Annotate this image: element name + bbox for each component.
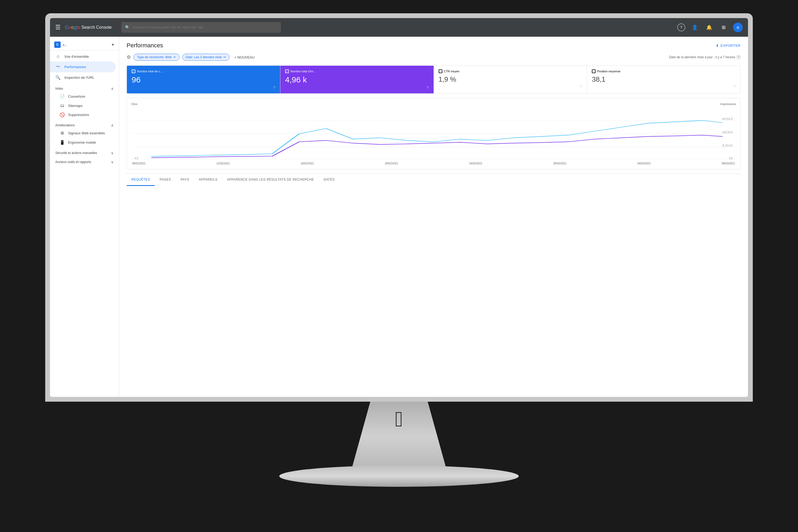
sidebar-item-suppressions[interactable]: 🚫 Suppressions — [50, 110, 116, 119]
sitemaps-icon: 🗂 — [60, 103, 65, 108]
metric-checkbox-ctr[interactable] — [439, 70, 442, 73]
main-layout: C c... ▼ ⌂ Vue d'ensemble 〜 Performances — [50, 37, 748, 397]
metric-card-ctr[interactable]: CTR moyen 1,9 % ? — [434, 66, 587, 93]
filter-icon[interactable]: ⚙ — [127, 54, 131, 60]
x-label-0: 08/02/2021 — [132, 162, 146, 165]
filter-chip-type-recherche[interactable]: Type de recherche: Web ✏ — [134, 54, 179, 61]
search-bar[interactable]: 🔍 — [121, 22, 281, 33]
add-filter-button[interactable]: + NOUVEAU — [232, 54, 257, 61]
tab-dates[interactable]: DATES — [319, 174, 340, 186]
export-icon: ⬇ — [716, 44, 719, 48]
svg-text:0: 0 — [729, 157, 733, 160]
tab-appareils[interactable]: APPAREILS — [194, 174, 222, 186]
metric-value-position: 38,1 — [592, 75, 736, 83]
monitor: ☰ Google Search Console 🔍 ? 👤 🔔 ⊞ — [45, 13, 753, 532]
help-icon[interactable]: ? — [677, 23, 685, 32]
x-label-2: 16/02/2021 — [301, 162, 314, 165]
user-avatar[interactable]: a — [733, 23, 743, 32]
sidebar-item-label-performances: Performances — [64, 65, 86, 69]
apple-logo:  — [395, 407, 403, 432]
users-icon[interactable]: 👤 — [690, 23, 700, 32]
tabs-bar: REQUÊTES PAGES PAYS APPAREILS APPARENCE … — [127, 174, 741, 186]
content-area: Performances ⬇ EXPORTER ⚙ Type de recher… — [119, 37, 748, 397]
sidebar-item-couverture[interactable]: 📄 Couverture — [50, 92, 116, 101]
search-input[interactable] — [133, 25, 277, 29]
metric-checkbox-impressions[interactable] — [285, 70, 289, 73]
sidebar-item-ergonomie[interactable]: 📱 Ergonomie mobile — [50, 138, 116, 147]
metric-footer-position: ? — [592, 84, 736, 89]
topbar-icons: ? 👤 🔔 ⊞ a — [677, 23, 743, 32]
metric-label-ctr: CTR moyen — [444, 70, 460, 73]
home-icon: ⌂ — [55, 54, 61, 59]
last-update-text: Date de la dernière mise à jour : il y a… — [669, 55, 735, 59]
filter-label-date: Date: Les 3 derniers mois — [186, 55, 222, 59]
section-toggle-anciens[interactable]: ∨ — [111, 160, 114, 164]
tab-apparence[interactable]: APPARENCE DANS LES RÉSULTATS DE RECHERCH… — [222, 174, 319, 186]
filter-label-type-recherche: Type de recherche: Web — [137, 55, 172, 59]
sidebar-section-anciens: Anciens outils et rapports ∨ — [50, 158, 119, 165]
bell-icon[interactable]: 🔔 — [704, 23, 714, 32]
sidebar-item-label-vue-ensemble: Vue d'ensemble — [64, 55, 89, 58]
section-toggle-index[interactable]: ∧ — [111, 87, 114, 91]
tab-pages[interactable]: PAGES — [155, 174, 176, 186]
inspection-icon: 🔍 — [55, 75, 61, 80]
sidebar-item-signaux-web[interactable]: ⚙ Signaux Web essentiels — [50, 129, 116, 138]
sidebar-section-securite: Sécurité et actions manuelles ∨ — [50, 149, 119, 156]
sidebar-item-label-suppressions: Suppressions — [68, 113, 89, 117]
page-title: Performances — [127, 42, 163, 49]
sidebar-item-inspection[interactable]: 🔍 Inspection de l'URL — [50, 72, 116, 83]
property-name: c... — [63, 43, 109, 47]
metric-card-position[interactable]: Position moyenne 38,1 ? — [587, 66, 740, 93]
section-label-index: Index — [55, 87, 63, 91]
sidebar-item-label-signaux-web: Signaux Web essentiels — [68, 131, 105, 135]
metric-footer-impressions: ? — [285, 86, 429, 90]
screen-bezel: ☰ Google Search Console 🔍 ? 👤 🔔 ⊞ — [45, 13, 753, 402]
tab-requetes[interactable]: REQUÊTES — [127, 174, 155, 186]
grid-icon[interactable]: ⊞ — [719, 23, 728, 32]
metric-help-impressions[interactable]: ? — [427, 86, 429, 90]
sidebar-item-vue-ensemble[interactable]: ⌂ Vue d'ensemble — [50, 51, 116, 61]
property-selector[interactable]: C c... ▼ — [50, 39, 119, 50]
couverture-icon: 📄 — [60, 94, 65, 99]
x-label-6: 04/03/2021 — [637, 162, 651, 165]
metric-label-clics: Nombre total de c... — [137, 70, 163, 73]
sidebar-item-label-couverture: Couverture — [68, 94, 85, 98]
export-button[interactable]: ⬇ EXPORTER — [716, 44, 741, 48]
section-label-securite: Sécurité et actions manuelles — [55, 151, 97, 155]
metric-checkbox-position[interactable] — [592, 70, 595, 73]
filter-chip-date[interactable]: Date: Les 3 derniers mois ✏ — [182, 54, 230, 61]
performances-icon: 〜 — [55, 64, 61, 70]
metric-checkbox-clics[interactable] — [132, 70, 135, 73]
export-label: EXPORTER — [721, 44, 741, 48]
search-icon: 🔍 — [125, 25, 130, 30]
metric-help-position[interactable]: ? — [733, 84, 736, 89]
metric-header-clics: Nombre total de c... — [132, 70, 275, 73]
sidebar-item-sitemaps[interactable]: 🗂 Sitemaps — [50, 101, 116, 110]
chart-container: Clics Impressions 450 — [127, 98, 741, 169]
tab-pays[interactable]: PAYS — [176, 174, 194, 186]
section-toggle-securite[interactable]: ∨ — [111, 151, 114, 155]
metric-card-clics[interactable]: Nombre total de c... 96 ? — [127, 66, 280, 93]
metric-help-clics[interactable]: ? — [273, 86, 275, 90]
metric-card-impressions[interactable]: Nombre total d'im... 4,96 k ? — [280, 66, 434, 93]
last-update: Date de la dernière mise à jour : il y a… — [669, 55, 741, 59]
menu-icon[interactable]: ☰ — [55, 24, 61, 31]
metric-footer-ctr: ? — [439, 84, 582, 89]
sidebar-item-label-sitemaps: Sitemaps — [68, 104, 82, 108]
section-toggle-ameliorations[interactable]: ∧ — [111, 123, 114, 128]
sidebar-item-performances[interactable]: 〜 Performances — [50, 61, 116, 72]
filter-edit-icon-date: ✏ — [224, 55, 226, 59]
metric-label-impressions: Nombre total d'im... — [290, 70, 316, 73]
metric-label-position: Position moyenne — [597, 70, 620, 73]
property-dropdown-icon[interactable]: ▼ — [111, 42, 115, 47]
x-label-4: 24/02/2021 — [469, 162, 482, 165]
google-logo-text: Google — [65, 25, 80, 30]
metric-header-impressions: Nombre total d'im... — [285, 70, 429, 73]
section-label-ameliorations: Améliorations — [55, 124, 75, 127]
monitor-stand-base — [279, 466, 519, 487]
screen: ☰ Google Search Console 🔍 ? 👤 🔔 ⊞ — [50, 18, 748, 397]
last-update-help-icon[interactable]: ? — [736, 55, 741, 59]
search-console-logo-text: Search Console — [81, 25, 112, 30]
metric-cards: Nombre total de c... 96 ? Nombre tota — [127, 65, 741, 94]
metric-help-ctr[interactable]: ? — [580, 84, 582, 89]
